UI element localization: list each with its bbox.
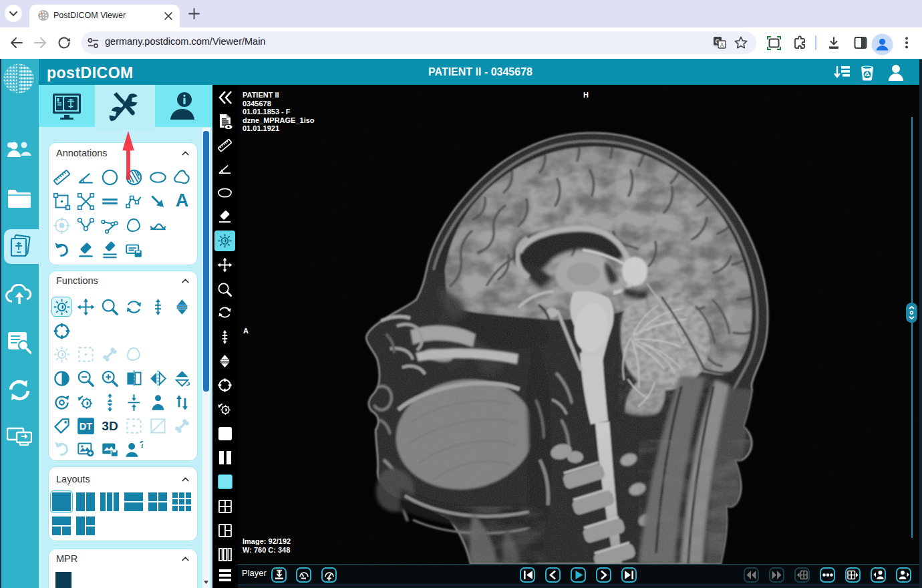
svg-text:A: A [720, 41, 724, 48]
